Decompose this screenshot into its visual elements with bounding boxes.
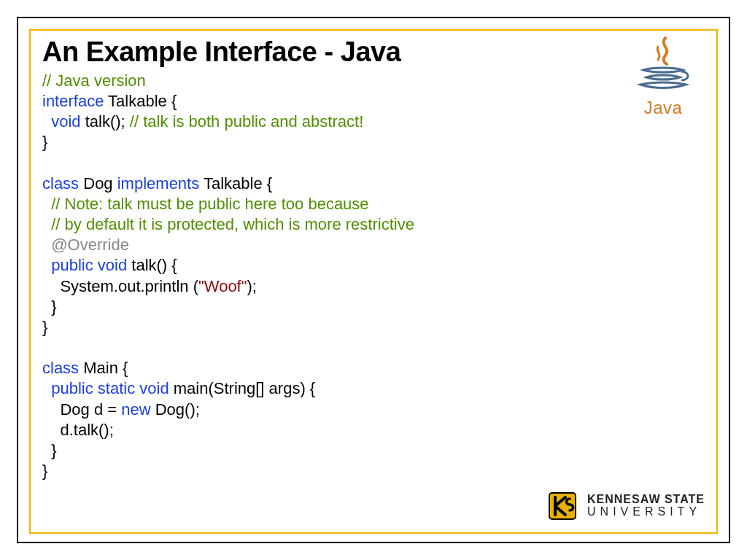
code-text: Dog(); — [155, 400, 200, 419]
code-text: Talkable { — [204, 174, 272, 192]
slide-content: An Example Interface - Java // Java vers… — [42, 36, 705, 481]
code-string: "Woof" — [198, 277, 247, 295]
code-text: main(String[] args) { — [174, 379, 315, 397]
code-keyword: interface — [42, 92, 108, 110]
code-keyword: implements — [117, 174, 204, 192]
code-text: Dog — [83, 174, 117, 192]
code-block: // Java version interface Talkable { voi… — [42, 71, 705, 481]
code-text: Main { — [83, 359, 128, 377]
code-comment: // talk is both public and abstract! — [130, 112, 363, 131]
code-text: Talkable { — [108, 92, 177, 110]
java-logo-text: Java — [623, 98, 703, 118]
code-text: d.talk(); — [42, 421, 114, 439]
ksu-name-line2: UNIVERSITY — [587, 506, 705, 518]
code-keyword: void — [51, 112, 85, 131]
code-keyword: class — [42, 359, 83, 377]
code-comment: // Java version — [42, 71, 146, 90]
code-text: } — [42, 318, 47, 336]
code-text: talk(); — [85, 112, 130, 131]
code-keyword: class — [42, 174, 83, 192]
code-comment: // by default it is protected, which is … — [51, 215, 414, 233]
code-text: } — [42, 462, 47, 480]
code-text: Dog d = — [42, 400, 121, 419]
code-text: } — [42, 133, 47, 151]
code-text: talk() { — [131, 256, 177, 274]
java-cup-icon — [630, 36, 696, 95]
code-keyword: public static void — [51, 379, 174, 397]
code-keyword: public void — [51, 256, 131, 274]
code-text: } — [42, 441, 57, 459]
ksu-logo-text: KENNESAW STATE UNIVERSITY — [587, 494, 705, 518]
ksu-shield-icon — [545, 489, 580, 524]
code-keyword: new — [121, 400, 155, 419]
code-annotation: @Override — [51, 236, 129, 254]
code-text: ); — [247, 277, 257, 295]
slide-title: An Example Interface - Java — [42, 36, 705, 68]
code-text: } — [42, 298, 57, 316]
code-comment: // Note: talk must be public here too be… — [51, 195, 368, 213]
java-logo: Java — [623, 36, 703, 118]
ksu-logo: KENNESAW STATE UNIVERSITY — [545, 489, 705, 524]
code-text: System.out.println ( — [42, 277, 198, 295]
ksu-name-line1: KENNESAW STATE — [587, 494, 705, 506]
